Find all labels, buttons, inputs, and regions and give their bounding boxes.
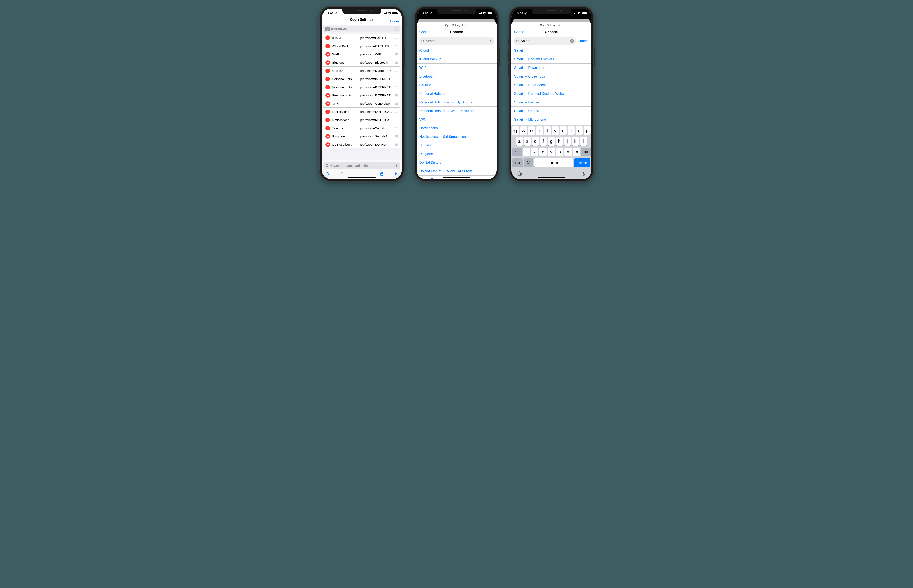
list-item[interactable]: Notifications [417,124,497,132]
clear-button[interactable] [394,27,398,31]
key-n[interactable]: n [564,148,572,156]
list-item[interactable]: VPN [417,115,497,124]
globe-key[interactable] [517,171,522,176]
key-f[interactable]: f [540,137,547,145]
shift-key[interactable] [512,148,522,156]
reorder-handle[interactable] [394,127,400,129]
key-a[interactable]: a [516,137,523,145]
reorder-handle[interactable] [394,69,400,72]
list-item[interactable]: Ringtone [417,150,497,158]
row-value[interactable]: prefs:root=Sounds&p... [359,134,394,138]
list-item[interactable]: Do Not Disturb [417,158,497,167]
table-row[interactable]: Cellularprefs:root=MOBILE_D... [324,66,400,75]
row-value[interactable]: prefs:root=DO_NOT_... [359,143,394,146]
delete-button[interactable] [325,110,330,114]
search-field[interactable]: ✕ [514,37,576,45]
mic-icon[interactable] [489,39,492,43]
key-v[interactable]: v [548,148,555,156]
row-key[interactable]: Ringtone [332,132,359,140]
cancel-button[interactable]: Cancel [514,30,525,34]
search-key[interactable]: search [574,158,591,167]
delete-button[interactable] [325,134,330,139]
table-row[interactable]: Soundsprefs:root=Sounds [324,124,400,132]
row-value[interactable]: prefs:root=INTERNET... [359,94,394,97]
table-row[interactable]: VPNprefs:root=General&p... [324,99,400,107]
delete-button[interactable] [325,118,330,122]
list-item[interactable]: Safari → Downloads [512,64,591,72]
emoji-key[interactable] [524,158,533,167]
row-key[interactable]: Sounds [332,124,359,132]
home-indicator[interactable] [348,177,376,178]
reorder-handle[interactable] [394,86,400,89]
mic-icon[interactable] [395,164,398,168]
key-i[interactable]: i [568,126,575,135]
row-value[interactable]: prefs:root=NOTIFICA... [359,118,394,122]
key-l[interactable]: l [580,137,587,145]
search-field[interactable] [419,37,494,45]
undo-button[interactable] [325,172,330,176]
table-row[interactable]: Ringtoneprefs:root=Sounds&p... [324,132,400,140]
key-z[interactable]: z [523,148,530,156]
row-value[interactable]: prefs:root=WIFI [359,53,394,56]
key-e[interactable]: e [528,126,535,135]
reorder-handle[interactable] [394,45,400,48]
list-item[interactable]: Personal Hotspot → Family Sharing [417,98,497,107]
list-item[interactable]: Safari [512,46,591,55]
list-item[interactable]: Wi-Fi [417,64,497,72]
table-row[interactable]: Do Not Disturbprefs:root=DO_NOT_... [324,140,400,149]
list-item[interactable]: Bluetooth [417,72,497,81]
key-x[interactable]: x [531,148,538,156]
delete-button[interactable] [325,85,330,89]
key-o[interactable]: o [576,126,583,135]
list-item[interactable]: Safari → Microphone [512,115,591,124]
row-value[interactable]: prefs:root=INTERNET... [359,77,394,81]
list-item[interactable]: iCloud Backup [417,55,497,64]
space-key[interactable]: space [534,158,573,167]
table-row[interactable]: Bluetoothprefs:root=Bluetooth [324,58,400,66]
list-item[interactable]: iCloud [417,46,497,55]
key-m[interactable]: m [573,148,580,156]
reorder-handle[interactable] [394,110,400,113]
list-item[interactable]: Safari → Content Blockers [512,55,591,64]
row-key[interactable]: VPN [332,100,359,107]
row-key[interactable]: Do Not Disturb [332,141,359,149]
reorder-handle[interactable] [394,102,400,105]
reorder-handle[interactable] [394,53,400,56]
row-key[interactable]: Bluetooth [332,58,359,66]
list-item[interactable]: Do Not Disturb → Allow Calls From [417,167,497,176]
numbers-key[interactable]: 123 [512,158,523,167]
search-input[interactable] [426,39,488,43]
delete-button[interactable] [325,60,330,65]
delete-button[interactable] [325,44,330,48]
delete-button[interactable] [325,77,330,81]
dictation-key[interactable] [582,171,586,176]
table-row[interactable]: Personal Hots...prefs:root=INTERNET... [324,83,400,91]
key-y[interactable]: y [552,126,559,135]
key-k[interactable]: k [572,137,579,145]
share-button[interactable] [380,171,384,176]
table-row[interactable]: Personal Hots...prefs:root=INTERNET... [324,75,400,83]
home-indicator[interactable] [443,177,470,178]
row-key[interactable]: Personal Hots... [332,83,359,91]
table-row[interactable]: iCloudprefs:root=CASTLE [324,34,400,42]
delete-button[interactable] [325,142,330,147]
row-value[interactable]: prefs:root=Bluetooth [359,61,394,64]
search-input[interactable] [330,164,394,168]
play-button[interactable] [394,172,398,176]
list-item[interactable]: Safari → Request Desktop Website [512,89,591,98]
list-item[interactable]: Safari → Reader [512,98,591,107]
row-value[interactable]: prefs:root=NOTIFICA... [359,110,394,113]
table-row[interactable]: Notifications →...prefs:root=NOTIFICA... [324,116,400,124]
key-p[interactable]: p [584,126,591,135]
reorder-handle[interactable] [394,78,400,81]
key-t[interactable]: t [544,126,551,135]
key-j[interactable]: j [564,137,571,145]
list-item[interactable]: Personal Hotspot → Wi-Fi Password [417,107,497,115]
reorder-handle[interactable] [394,143,400,146]
delete-button[interactable] [325,36,330,40]
row-key[interactable]: Personal Hots... [332,91,359,99]
key-r[interactable]: r [536,126,543,135]
search-input[interactable] [520,39,569,43]
table-row[interactable]: iCloud Backupprefs:root=CASTLE&... [324,42,400,50]
row-value[interactable]: prefs:root=Sounds [359,126,394,130]
